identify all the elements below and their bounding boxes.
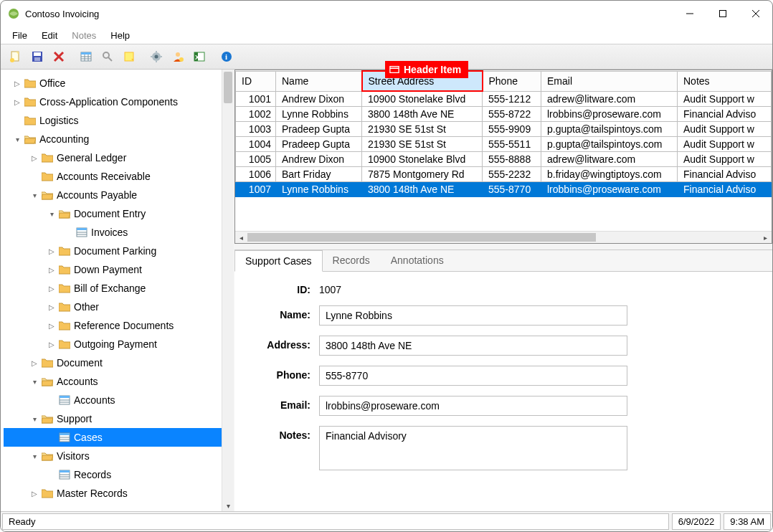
cell-name[interactable]: Andrew Dixon — [276, 91, 362, 107]
cell-id[interactable]: 1003 — [236, 122, 276, 137]
cell-email[interactable]: adrew@litware.com — [541, 152, 678, 167]
cell-phone[interactable]: 555-8888 — [483, 152, 541, 167]
cell-id[interactable]: 1001 — [236, 91, 276, 107]
tree-item-cases[interactable]: Cases — [74, 432, 108, 443]
cell-name[interactable]: Pradeep Gupta — [276, 137, 362, 152]
tree-item-visitors[interactable]: Visitors — [57, 450, 95, 462]
cell-phone[interactable]: 555-1212 — [483, 91, 541, 107]
collapse-icon[interactable]: ▾ — [12, 136, 22, 143]
close-button[interactable] — [739, 1, 772, 27]
cell-phone[interactable]: 555-5511 — [483, 137, 541, 152]
data-grid[interactable]: ID Name Street Address Phone Email Notes… — [234, 70, 772, 244]
delete-button[interactable] — [49, 47, 69, 67]
tab-records[interactable]: Records — [323, 250, 381, 271]
cell-phone[interactable]: 555-8722 — [483, 107, 541, 122]
table-row[interactable]: 1002Lynne Robbins3800 148th Ave NE555-87… — [236, 107, 772, 122]
tree-scrollbar[interactable]: ▾ — [222, 70, 234, 511]
cell-notes[interactable]: Financial Adviso — [678, 107, 772, 122]
cell-notes[interactable]: Financial Adviso — [678, 167, 772, 182]
expand-icon[interactable]: ▷ — [47, 247, 57, 255]
collapse-icon[interactable]: ▾ — [29, 378, 39, 386]
expand-icon[interactable]: ▷ — [12, 98, 22, 106]
cell-id[interactable]: 1005 — [236, 152, 276, 167]
col-notes[interactable]: Notes — [678, 71, 772, 91]
col-phone[interactable]: Phone — [483, 71, 541, 91]
cell-street[interactable]: 10900 Stonelake Blvd — [362, 91, 483, 107]
tree-item-outgoing-payment[interactable]: Outgoing Payment — [74, 338, 163, 350]
tree-item-bill-of-exchange[interactable]: Bill of Exchange — [74, 282, 151, 294]
table-button[interactable] — [76, 47, 96, 67]
cell-email[interactable]: lrobbins@proseware.com — [541, 107, 678, 122]
cell-street[interactable]: 21930 SE 51st St — [362, 122, 483, 137]
collapse-icon[interactable]: ▾ — [29, 191, 39, 199]
col-name[interactable]: Name — [276, 71, 362, 91]
col-email[interactable]: Email — [541, 71, 678, 91]
cell-notes[interactable]: Audit Support w — [678, 152, 772, 167]
input-notes[interactable] — [319, 426, 627, 470]
input-email[interactable] — [319, 396, 627, 416]
table-row[interactable]: 1007Lynne Robbins3800 148th Ave NE555-87… — [236, 182, 772, 197]
cell-phone[interactable]: 555-8770 — [483, 182, 541, 197]
cell-phone[interactable]: 555-9909 — [483, 122, 541, 137]
tree-item-master-records[interactable]: Master Records — [57, 488, 133, 499]
grid-horizontal-scrollbar[interactable]: ◂ ▸ — [235, 231, 772, 243]
scrollbar-thumb[interactable] — [247, 233, 596, 242]
tree-item-logistics[interactable]: Logistics — [39, 115, 84, 126]
navigation-tree[interactable]: ▷Office ▷Cross-Application Components ▷L… — [4, 74, 222, 503]
cell-street[interactable]: 7875 Montgomery Rd — [362, 167, 483, 182]
cell-notes[interactable]: Audit Support w — [678, 91, 772, 107]
collapse-icon[interactable]: ▾ — [29, 452, 39, 460]
user-button[interactable] — [168, 47, 188, 67]
tree-item-cross-app[interactable]: Cross-Application Components — [39, 96, 184, 108]
collapse-icon[interactable]: ▾ — [29, 415, 39, 423]
tree-item-accounts-sub[interactable]: Accounts — [74, 394, 121, 406]
cell-notes[interactable]: Audit Support w — [678, 122, 772, 137]
cell-street[interactable]: 21930 SE 51st St — [362, 137, 483, 152]
cell-email[interactable]: p.gupta@tailspintoys.com — [541, 137, 678, 152]
tree-item-general-ledger[interactable]: General Ledger — [57, 152, 132, 163]
cell-id[interactable]: 1007 — [236, 182, 276, 197]
tree-item-accounts[interactable]: Accounts — [57, 376, 104, 387]
expand-icon[interactable]: ▷ — [47, 266, 57, 274]
tree-item-accounts-receivable[interactable]: Accounts Receivable — [57, 171, 156, 182]
horizontal-splitter[interactable] — [234, 244, 772, 250]
expand-icon[interactable]: ▷ — [29, 490, 39, 498]
cell-notes[interactable]: Financial Adviso — [678, 182, 772, 197]
expand-icon[interactable]: ▷ — [12, 80, 22, 87]
minimize-button[interactable] — [673, 1, 706, 27]
cell-email[interactable]: lrobbins@proseware.com — [541, 182, 678, 197]
tree-item-down-payment[interactable]: Down Payment — [74, 264, 148, 275]
col-id[interactable]: ID — [236, 71, 276, 91]
table-row[interactable]: 1001Andrew Dixon10900 Stonelake Blvd555-… — [236, 91, 772, 107]
cell-id[interactable]: 1004 — [236, 137, 276, 152]
scroll-right-icon[interactable]: ▸ — [759, 234, 772, 242]
table-row[interactable]: 1004Pradeep Gupta21930 SE 51st St555-551… — [236, 137, 772, 152]
menu-help[interactable]: Help — [103, 29, 137, 42]
tree-item-document-parking[interactable]: Document Parking — [74, 245, 162, 257]
input-name[interactable] — [319, 305, 627, 326]
scrollbar-thumb[interactable] — [224, 72, 232, 103]
table-row[interactable]: 1003Pradeep Gupta21930 SE 51st St555-990… — [236, 122, 772, 137]
new-button[interactable] — [6, 47, 26, 67]
scroll-left-icon[interactable]: ◂ — [235, 234, 247, 242]
cell-name[interactable]: Lynne Robbins — [276, 182, 362, 197]
scroll-down-icon[interactable]: ▾ — [222, 500, 234, 511]
cell-id[interactable]: 1006 — [236, 167, 276, 182]
tab-annotations[interactable]: Annotations — [381, 250, 455, 271]
cell-email[interactable]: p.gupta@tailspintoys.com — [541, 122, 678, 137]
cell-name[interactable]: Bart Friday — [276, 167, 362, 182]
tab-support-cases[interactable]: Support Cases — [234, 250, 323, 272]
tree-item-records[interactable]: Records — [74, 469, 117, 480]
tree-item-reference-documents[interactable]: Reference Documents — [74, 320, 179, 331]
expand-icon[interactable]: ▷ — [47, 285, 57, 293]
expand-icon[interactable]: ▷ — [47, 322, 57, 330]
table-row[interactable]: 1006Bart Friday7875 Montgomery Rd555-223… — [236, 167, 772, 182]
input-phone[interactable] — [319, 366, 627, 386]
menu-notes[interactable]: Notes — [65, 29, 103, 42]
cell-street[interactable]: 10900 Stonelake Blvd — [362, 152, 483, 167]
menu-edit[interactable]: Edit — [34, 29, 65, 42]
tree-item-support[interactable]: Support — [57, 413, 98, 424]
note-button[interactable] — [119, 47, 139, 67]
cell-notes[interactable]: Audit Support w — [678, 137, 772, 152]
tree-item-office[interactable]: Office — [39, 77, 71, 89]
